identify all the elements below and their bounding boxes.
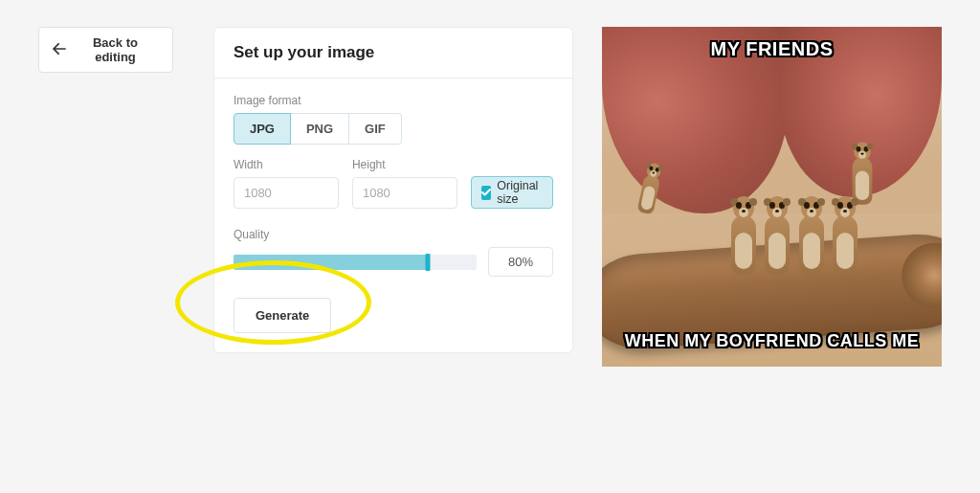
- quality-slider[interactable]: [234, 255, 477, 270]
- checkmark-icon: [481, 186, 491, 200]
- original-size-toggle[interactable]: Original size: [471, 176, 553, 209]
- width-label: Width: [234, 158, 339, 171]
- setup-image-card: Set up your image Image format JPG PNG G…: [213, 27, 573, 353]
- width-input[interactable]: [234, 177, 339, 209]
- format-option-jpg[interactable]: JPG: [234, 113, 291, 145]
- format-toggle-group: JPG PNG GIF: [234, 113, 553, 145]
- card-title: Set up your image: [234, 43, 553, 62]
- height-input[interactable]: [352, 177, 457, 209]
- format-label: Image format: [234, 94, 553, 107]
- generate-button[interactable]: Generate: [234, 298, 331, 333]
- slider-thumb[interactable]: [426, 254, 431, 271]
- meme-image: [602, 27, 942, 367]
- height-label: Height: [352, 158, 457, 171]
- quality-value-input[interactable]: [488, 247, 553, 277]
- back-to-editing-button[interactable]: Back to editing: [38, 27, 173, 73]
- meme-text-bottom: WHEN MY BOYFRIEND CALLS ME: [602, 331, 942, 351]
- meme-text-top: MY FRIENDS: [602, 38, 942, 60]
- quality-label: Quality: [234, 228, 553, 241]
- format-option-gif[interactable]: GIF: [348, 113, 402, 145]
- image-preview: MY FRIENDS WHEN MY BOYFRIEND CALLS ME: [602, 27, 942, 367]
- original-size-label: Original size: [497, 179, 543, 206]
- format-option-png[interactable]: PNG: [290, 113, 349, 145]
- arrow-left-icon: [53, 43, 66, 57]
- back-button-label: Back to editing: [72, 35, 159, 64]
